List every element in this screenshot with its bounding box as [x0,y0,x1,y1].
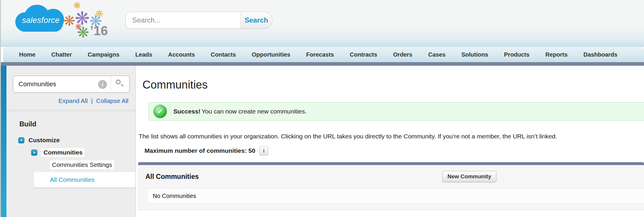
setup-search-input[interactable] [13,76,95,92]
page-title: Communities [142,79,644,91]
tree-item-all-communities-selected[interactable]: All Communities [34,172,135,187]
tab-orders[interactable]: Orders [385,51,420,58]
tab-forecasts[interactable]: Forecasts [298,51,342,58]
search-icon-ring [116,79,121,84]
tree-controls: Expand All | Collapse All [6,97,128,104]
tree-item-label[interactable]: Customize [28,137,60,144]
tab-cases[interactable]: Cases [420,51,453,58]
panel-header-bar [138,162,644,165]
window-left-edge [0,0,1,217]
global-header: salesforce ❋ ❋ ❋ ❋ ❋ ❋ ❋ ’16 Search [0,0,644,47]
setup-tree: ▼ Customize ▼ Communities Communities Se… [6,134,135,187]
tab-campaigns[interactable]: Campaigns [80,51,128,58]
info-icon[interactable]: i [98,80,107,89]
description-text: The list shows all communities in your o… [139,133,635,140]
success-message-prefix: Success! [173,108,200,115]
left-accent-strip [1,66,6,217]
chevron-down-icon[interactable]: ▼ [31,150,37,156]
firework-icon: ❋ [77,25,89,40]
search-icon-handle [121,84,124,87]
tab-contracts[interactable]: Contracts [342,51,385,58]
nav-underline-bar [0,62,644,66]
tab-home[interactable]: Home [11,51,43,58]
content-area: i Expand All | Collapse All Build ▼ Cust… [0,66,644,217]
success-message: Success!You can now create new communiti… [173,108,307,115]
tab-solutions[interactable]: Solutions [453,51,496,58]
salesforce-logo-text: salesforce [22,16,60,25]
salesforce-logo: salesforce [15,5,65,33]
search-box-divider [110,78,111,91]
success-icon: ✔ [153,105,167,118]
global-search-button[interactable]: Search [240,12,272,28]
max-communities-line: Maximum number of communities: 50 i [145,146,644,155]
sidebar-divider [6,110,135,113]
setup-search-box: i [13,76,130,93]
success-banner: ✔ Success!You can now create new communi… [148,102,644,121]
tab-reports[interactable]: Reports [537,51,576,58]
success-message-body: You can now create new communities. [202,108,307,115]
max-communities-value: 50 [249,147,255,154]
empty-list-row: No Communities [147,188,644,204]
tab-opportunities[interactable]: Opportunities [244,51,298,58]
chevron-down-icon[interactable]: ▼ [18,137,24,143]
all-communities-panel: All Communities New Community No Communi… [138,162,644,210]
new-community-button[interactable]: New Community [442,171,497,182]
panel-header: All Communities New Community [138,165,644,188]
tab-contacts[interactable]: Contacts [203,51,244,58]
tree-item-label[interactable]: Communities Settings [50,160,114,169]
tab-dashboards[interactable]: Dashboards [576,51,625,58]
collapse-all-link[interactable]: Collapse All [96,97,128,104]
search-icon[interactable] [116,79,123,87]
tree-item-communities[interactable]: ▼ Communities [6,146,135,159]
max-communities-label: Maximum number of communities: [145,147,247,154]
global-search: Search [125,12,272,29]
fireworks-graphic: ❋ ❋ ❋ ❋ ❋ ❋ ❋ ’16 [63,2,110,40]
sidebar-section-title: Build [19,120,135,128]
global-search-input[interactable] [126,12,240,28]
main-content: Communities ✔ Success!You can now create… [136,66,644,217]
firework-icon: ❋ [63,14,75,28]
tab-accounts[interactable]: Accounts [160,51,203,58]
tree-item-label[interactable]: Communities [41,148,85,157]
tree-item-customize[interactable]: ▼ Customize [6,134,135,146]
event-year-badge: ’16 [90,23,108,38]
tab-products[interactable]: Products [496,51,538,58]
tree-item-label[interactable]: All Communities [50,176,95,183]
tab-bar: Home Chatter Campaigns Leads Accounts Co… [3,47,644,62]
expand-all-link[interactable]: Expand All [58,97,88,104]
info-icon[interactable]: i [259,146,268,155]
panel-body: All Communities New Community No Communi… [138,165,644,210]
setup-sidebar: i Expand All | Collapse All Build ▼ Cust… [6,66,136,217]
tab-leads[interactable]: Leads [127,51,160,58]
tab-chatter[interactable]: Chatter [43,51,80,58]
tree-item-communities-settings[interactable]: Communities Settings [6,159,135,171]
link-separator: | [91,97,93,104]
panel-title: All Communities [145,173,199,181]
